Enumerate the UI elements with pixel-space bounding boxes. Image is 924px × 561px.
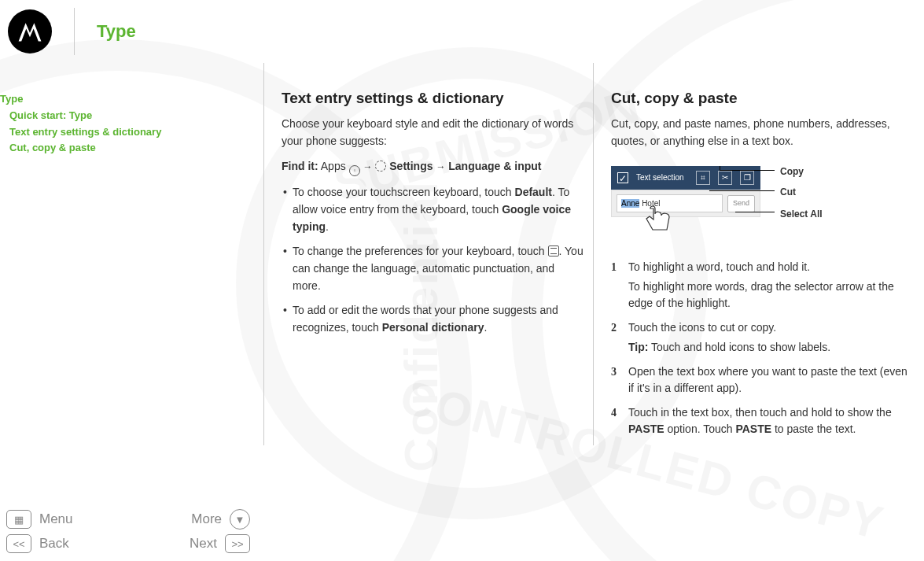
bullet-list: To choose your touchscreen keyboard, tou… [282,184,583,337]
menu-button[interactable]: Menu [31,511,131,527]
step-1: To highlight a word, touch and hold it. … [611,259,915,312]
footer-nav: ▦ Menu More ▼ << Back Next >> [6,504,250,553]
apps-icon: ⠿ [349,165,360,176]
action-bar-title: Text selection [636,172,688,184]
back-icon[interactable]: << [6,534,31,553]
next-button[interactable]: Next [128,536,225,552]
cut-icon: ✂ [718,171,732,185]
callout-cut: Cut [780,185,796,200]
step-3: Open the text box where you want to past… [611,364,915,397]
motorola-logo [8,9,52,54]
toc-item-cutcopy[interactable]: Cut, copy & paste [9,140,263,157]
more-button[interactable]: More [131,511,230,527]
toc-item-textentry[interactable]: Text entry settings & dictionary [9,124,263,141]
sliders-icon [548,245,559,257]
intro-text-entry: Choose your keyboard style and edit the … [282,116,583,149]
toc: Type Quick start: Type Text entry settin… [0,91,263,157]
intro-cut-copy: Cut, copy, and paste names, phone number… [611,116,915,149]
step-4: Touch in the text box, then touch and ho… [611,404,915,437]
text-input-row: Anne Hotel Send [611,190,760,218]
page-title: Type [97,21,136,42]
select-all-icon: ⌗ [696,171,710,185]
toc-root[interactable]: Type [0,91,263,108]
callout-copy: Copy [780,164,804,179]
bullet-default-keyboard: To choose your touchscreen keyboard, tou… [282,184,583,235]
bullet-personal-dictionary: To add or edit the words that your phone… [282,302,583,336]
menu-icon[interactable]: ▦ [6,510,31,529]
more-icon[interactable]: ▼ [230,509,250,530]
copy-icon: ❐ [740,171,754,185]
send-button: Send [727,195,755,212]
gear-icon [375,161,386,172]
touch-hand-icon [642,202,677,237]
find-it-line: Find it: Apps ⠿ → Settings → Language & … [282,158,583,177]
column-text-entry: Text entry settings & dictionary Choose … [263,63,594,445]
steps-list: To highlight a word, touch and hold it. … [611,259,915,437]
header: Type [0,0,924,63]
heading-cut-copy: Cut, copy & paste [611,87,915,109]
header-divider [74,8,75,55]
next-icon[interactable]: >> [225,534,250,553]
bullet-preferences: To change the preferences for your keybo… [282,243,583,294]
heading-text-entry: Text entry settings & dictionary [282,87,583,109]
toc-item-quickstart[interactable]: Quick start: Type [9,108,263,124]
callout-select-all: Select All [780,207,823,222]
step-2: Touch the icons to cut or copy. Tip: Tou… [611,319,915,356]
back-button[interactable]: Back [31,536,128,552]
column-cut-copy: Cut, copy & paste Cut, copy, and paste n… [594,63,924,445]
done-icon [617,172,628,183]
text-selection-diagram: Text selection ⌗ ✂ ❐ Anne Hotel Send Cop… [611,158,915,245]
sidebar: Type Quick start: Type Text entry settin… [0,63,263,445]
